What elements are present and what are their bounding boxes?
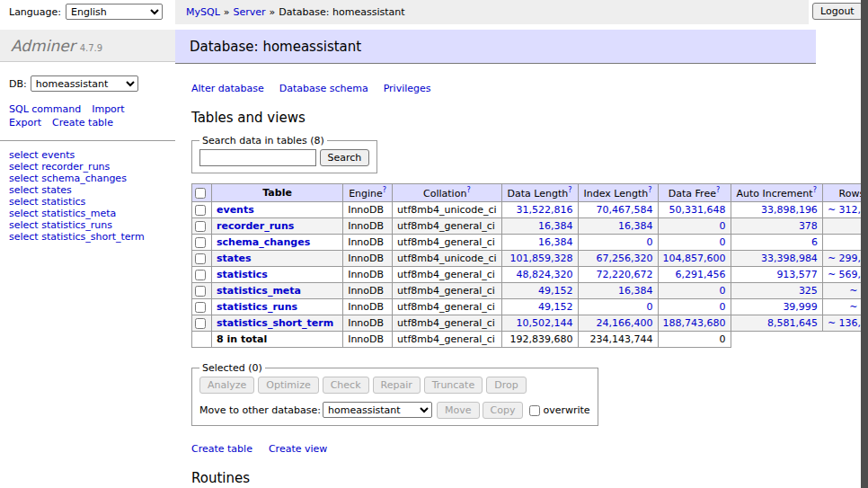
row-checkbox[interactable] — [195, 205, 206, 216]
auto-increment-link[interactable]: 325 — [799, 285, 818, 297]
data-free-link[interactable]: 0 — [720, 236, 726, 248]
create-view-link[interactable]: Create view — [269, 443, 327, 455]
data-free-link[interactable]: 0 — [720, 301, 726, 313]
truncate-button[interactable]: Truncate — [424, 377, 483, 394]
data-free-link[interactable]: 6,291,456 — [676, 269, 726, 280]
help-icon[interactable]: ? — [716, 186, 720, 194]
sidebar-item-select-states[interactable]: select states — [9, 184, 166, 196]
language-select[interactable]: English — [66, 4, 163, 20]
data-free-link[interactable]: 50,331,648 — [669, 204, 726, 216]
column-header-index-length[interactable]: Index Length? — [578, 184, 658, 202]
index-length-link[interactable]: 0 — [647, 301, 653, 313]
data-free-link[interactable]: 0 — [720, 220, 726, 232]
sidebar: Adminer4.7.9 DB:homeassistant SQL comman… — [0, 24, 175, 488]
row-checkbox[interactable] — [195, 286, 206, 297]
row-checkbox[interactable] — [195, 302, 206, 313]
help-icon[interactable]: ? — [466, 186, 470, 194]
sidebar-item-select-statistics[interactable]: select statistics — [9, 196, 166, 208]
data-length-link[interactable]: 49,152 — [538, 285, 573, 297]
overwrite-checkbox[interactable] — [529, 405, 540, 416]
sidebar-item-select-statistics-runs[interactable]: select statistics_runs — [9, 219, 166, 231]
column-header-data-free[interactable]: Data Free? — [658, 184, 731, 202]
privileges-link[interactable]: Privileges — [384, 83, 431, 94]
table-name-link[interactable]: statistics_runs — [217, 301, 297, 313]
help-icon[interactable]: ? — [813, 186, 817, 194]
auto-increment-link[interactable]: 8,581,645 — [767, 317, 818, 329]
row-checkbox[interactable] — [195, 253, 206, 264]
breadcrumb-separator: » — [270, 6, 276, 18]
data-length-link[interactable]: 101,859,328 — [510, 253, 573, 264]
data-free-link[interactable]: 104,857,600 — [663, 253, 726, 264]
database-schema-link[interactable]: Database schema — [279, 83, 368, 94]
vertical-scrollbar[interactable] — [861, 0, 868, 488]
select-all-checkbox[interactable] — [195, 188, 206, 199]
sql-command-link[interactable]: SQL command — [9, 103, 81, 115]
auto-increment-link[interactable]: 378 — [799, 220, 818, 232]
create-table-link-main[interactable]: Create table — [191, 443, 252, 455]
export-link[interactable]: Export — [9, 117, 41, 129]
create-table-link[interactable]: Create table — [52, 117, 113, 129]
table-name-link[interactable]: statistics — [217, 269, 268, 280]
search-button[interactable]: Search — [320, 149, 370, 166]
breadcrumb-mysql-link[interactable]: MySQL — [186, 6, 220, 18]
drop-button[interactable]: Drop — [486, 377, 526, 394]
db-select[interactable]: homeassistant — [31, 75, 138, 92]
row-checkbox[interactable] — [195, 221, 206, 232]
data-length-link[interactable]: 10,502,144 — [517, 317, 573, 329]
search-input[interactable] — [199, 149, 316, 166]
optimize-button[interactable]: Optimize — [258, 377, 318, 394]
move-database-select[interactable]: homeassistant — [323, 402, 432, 418]
column-header-engine[interactable]: Engine? — [343, 184, 393, 202]
help-icon[interactable]: ? — [568, 186, 571, 194]
data-length-link[interactable]: 16,384 — [538, 236, 573, 248]
index-length-link[interactable]: 24,166,400 — [597, 317, 653, 329]
index-length-link[interactable]: 72,220,672 — [597, 269, 653, 280]
column-header-collation[interactable]: Collation? — [393, 184, 501, 202]
row-checkbox[interactable] — [195, 237, 206, 248]
sidebar-item-select-statistics-short-term[interactable]: select statistics_short_term — [9, 231, 166, 243]
table-name-link[interactable]: states — [217, 253, 252, 264]
table-name-link[interactable]: schema_changes — [217, 236, 310, 248]
help-icon[interactable]: ? — [383, 186, 386, 194]
auto-increment-link[interactable]: 33,398,984 — [761, 253, 818, 264]
row-checkbox[interactable] — [195, 318, 206, 329]
index-length-link[interactable]: 70,467,584 — [597, 204, 653, 216]
analyze-button[interactable]: Analyze — [199, 377, 254, 394]
table-name-link[interactable]: recorder_runs — [217, 220, 294, 232]
index-length-link[interactable]: 16,384 — [618, 220, 653, 232]
sidebar-item-select-events[interactable]: select events — [9, 149, 166, 161]
sidebar-item-select-recorder-runs[interactable]: select recorder_runs — [9, 161, 166, 173]
table-name-link[interactable]: statistics_short_term — [217, 317, 333, 329]
table-name-link[interactable]: events — [217, 204, 254, 216]
data-length-link[interactable]: 16,384 — [538, 220, 573, 232]
breadcrumb-server-link[interactable]: Server — [234, 6, 266, 18]
auto-increment-link[interactable]: 33,898,196 — [761, 204, 818, 216]
import-link[interactable]: Import — [92, 103, 125, 115]
help-icon[interactable]: ? — [648, 186, 651, 194]
move-button[interactable]: Move — [437, 402, 480, 419]
index-length-link[interactable]: 16,384 — [618, 285, 653, 297]
repair-button[interactable]: Repair — [373, 377, 421, 394]
sidebar-item-select-schema-changes[interactable]: select schema_changes — [9, 173, 166, 184]
column-header-auto-increment[interactable]: Auto Increment? — [731, 184, 822, 202]
sidebar-item-select-statistics-meta[interactable]: select statistics_meta — [9, 208, 166, 219]
table-footer-links: Create tableCreate view — [191, 443, 816, 455]
logout-button[interactable]: Logout — [812, 3, 863, 20]
data-length-link[interactable]: 31,522,816 — [517, 204, 573, 216]
data-length-link[interactable]: 48,824,320 — [517, 269, 573, 280]
auto-increment-link[interactable]: 913,577 — [776, 269, 818, 280]
row-checkbox[interactable] — [195, 270, 206, 280]
data-length-link[interactable]: 49,152 — [538, 301, 573, 313]
data-free-link[interactable]: 188,743,680 — [663, 317, 726, 329]
index-length-link[interactable]: 0 — [647, 236, 653, 248]
table-name-link[interactable]: statistics_meta — [217, 285, 301, 297]
data-free-link[interactable]: 0 — [720, 285, 726, 297]
copy-button[interactable]: Copy — [483, 402, 524, 419]
alter-database-link[interactable]: Alter database — [191, 83, 264, 94]
auto-increment-link[interactable]: 6 — [811, 236, 818, 248]
adminer-logo[interactable]: Adminer — [11, 37, 75, 55]
auto-increment-link[interactable]: 39,999 — [783, 301, 818, 313]
column-header-data-length[interactable]: Data Length? — [501, 184, 578, 202]
index-length-link[interactable]: 67,256,320 — [597, 253, 653, 264]
check-button[interactable]: Check — [323, 377, 369, 394]
